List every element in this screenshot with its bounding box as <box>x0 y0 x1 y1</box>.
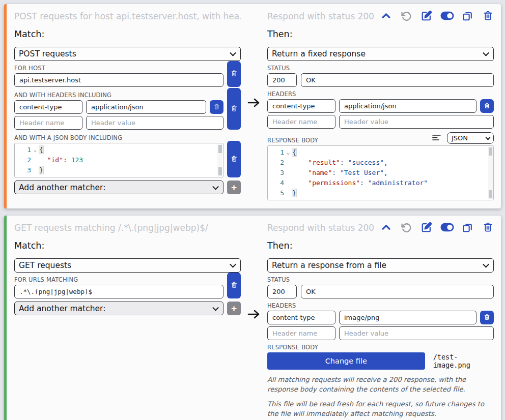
revert-rule-button[interactable] <box>400 10 412 22</box>
delete-response-header-button[interactable] <box>480 311 494 324</box>
add-matcher-row: Add another matcher: + <box>14 302 241 315</box>
handler-select[interactable]: Return a response from a file <box>267 258 494 273</box>
then-heading: Then: <box>267 241 494 251</box>
undo-icon <box>401 10 412 23</box>
response-headers-label: HEADERS <box>267 91 494 98</box>
trash-icon <box>231 281 238 290</box>
delete-json-body-matcher-button[interactable] <box>227 141 241 177</box>
clone-rule-button[interactable] <box>461 10 473 22</box>
response-header-name-input[interactable] <box>267 99 335 113</box>
host-input[interactable] <box>14 73 223 87</box>
json-body-matcher-section: AND WITH A JSON BODY INCLUDING 1⌄{2 "id"… <box>14 131 241 177</box>
clone-rule-button[interactable] <box>461 222 473 234</box>
header-name-input-empty[interactable] <box>14 116 82 130</box>
collapse-rule-button[interactable] <box>380 10 392 22</box>
editor-scrollbar[interactable] <box>488 146 493 199</box>
toggle-rule-button[interactable] <box>441 10 453 22</box>
collapse-rule-button[interactable] <box>380 222 392 234</box>
format-lines-icon <box>432 134 441 142</box>
revert-rule-button[interactable] <box>400 222 412 234</box>
add-matcher-row: Add another matcher: + <box>14 181 241 194</box>
delete-url-matcher-button[interactable] <box>227 273 241 298</box>
header-value-input[interactable] <box>86 100 206 114</box>
url-matcher-section: FOR URLS MATCHING <box>14 273 241 298</box>
edit-rule-button[interactable] <box>420 222 433 234</box>
edit-rule-button[interactable] <box>420 10 433 22</box>
base-matcher-select[interactable]: GET requests <box>14 258 241 273</box>
change-file-button[interactable]: Change file <box>267 352 425 370</box>
toggle-on-icon <box>440 11 454 22</box>
delete-headers-matcher-button[interactable] <box>227 88 241 130</box>
toggle-on-icon <box>440 223 454 233</box>
match-column: POST requests for host api.testserver.ho… <box>14 9 241 200</box>
trash-icon <box>231 155 238 164</box>
response-header-value-input-empty[interactable] <box>339 326 494 340</box>
response-body-label: RESPONSE BODY <box>267 137 318 144</box>
file-freshness-note: This file will be read fresh for each re… <box>267 399 494 418</box>
status-message-input[interactable] <box>301 285 494 298</box>
status-label: STATUS <box>267 276 494 283</box>
add-matcher-button[interactable]: + <box>227 302 241 315</box>
response-body-editor[interactable]: 1⌄{2 "result": "success",3 "name": "Test… <box>267 145 494 200</box>
match-heading: Match: <box>14 29 241 39</box>
headers-matcher-section: AND WITH HEADERS INCLUDING <box>14 88 241 130</box>
rule-title: GET requests matching /.*\.(png|jpg|webp… <box>14 223 208 233</box>
base-matcher-select[interactable]: POST requests <box>14 47 241 61</box>
trash-icon <box>484 102 490 110</box>
undo-icon <box>401 222 412 234</box>
delete-rule-button[interactable] <box>482 10 494 22</box>
delete-host-matcher-button[interactable] <box>227 61 241 87</box>
rule-title: POST requests for host api.testserver.ho… <box>14 11 241 21</box>
status-message-input[interactable] <box>301 73 494 87</box>
handler-select[interactable]: Return a fixed response <box>267 47 494 61</box>
host-matcher-label: FOR HOST <box>14 65 223 72</box>
then-heading: Then: <box>267 29 494 39</box>
chevron-up-icon <box>381 12 391 21</box>
response-header-value-input-empty[interactable] <box>339 115 494 129</box>
trash-icon <box>231 105 238 113</box>
url-regex-input[interactable] <box>14 285 223 298</box>
json-body-editor[interactable]: 1⌄{2 "id": 1233} <box>14 143 223 177</box>
rule-actions <box>377 222 494 234</box>
format-body-button[interactable] <box>431 133 442 143</box>
file-response-note: All matching requests will receive a 200… <box>267 375 494 394</box>
response-header-name-input-empty[interactable] <box>267 326 335 340</box>
match-then-arrow-column <box>241 9 267 200</box>
response-header-value-input[interactable] <box>339 99 476 113</box>
status-code-input[interactable] <box>267 73 297 87</box>
rule-actions <box>377 10 494 22</box>
delete-header-row-button[interactable] <box>210 100 223 114</box>
arrow-right-icon <box>247 308 261 419</box>
add-matcher-select[interactable]: Add another matcher: <box>14 181 223 194</box>
delete-rule-button[interactable] <box>482 222 494 234</box>
edit-icon <box>421 10 432 23</box>
toggle-rule-button[interactable] <box>441 222 453 234</box>
copy-icon <box>462 222 473 234</box>
header-value-input-empty[interactable] <box>86 116 223 130</box>
match-then-arrow-column <box>241 221 267 419</box>
rule-response-title: Respond with status 200 a <box>267 11 377 21</box>
status-code-input[interactable] <box>267 285 297 298</box>
editor-scrollbar[interactable] <box>217 144 222 176</box>
response-header-name-input-empty[interactable] <box>267 115 335 129</box>
headers-matcher-label: AND WITH HEADERS INCLUDING <box>14 92 223 99</box>
add-matcher-button[interactable]: + <box>227 181 241 194</box>
url-matcher-label: FOR URLS MATCHING <box>14 276 223 283</box>
copy-icon <box>462 10 473 23</box>
response-header-value-input[interactable] <box>339 311 476 324</box>
json-body-matcher-label: AND WITH A JSON BODY INCLUDING <box>14 134 223 141</box>
match-column: GET requests matching /.*\.(png|jpg|webp… <box>14 221 241 419</box>
header-name-input[interactable] <box>14 100 82 114</box>
selected-file-path: /test-image.png <box>433 353 494 369</box>
rule-card-post-json: POST requests for host api.testserver.ho… <box>4 4 501 208</box>
trash-icon <box>484 314 490 322</box>
trash-icon <box>213 103 220 111</box>
delete-response-header-button[interactable] <box>480 99 494 113</box>
add-matcher-select[interactable]: Add another matcher: <box>14 302 223 315</box>
trash-icon <box>483 222 493 234</box>
response-header-name-input[interactable] <box>267 311 335 324</box>
chevron-up-icon <box>381 223 391 233</box>
rule-card-get-images: GET requests matching /.*\.(png|jpg|webp… <box>4 216 501 420</box>
match-heading: Match: <box>14 241 241 251</box>
body-format-select[interactable]: JSON <box>447 132 494 144</box>
